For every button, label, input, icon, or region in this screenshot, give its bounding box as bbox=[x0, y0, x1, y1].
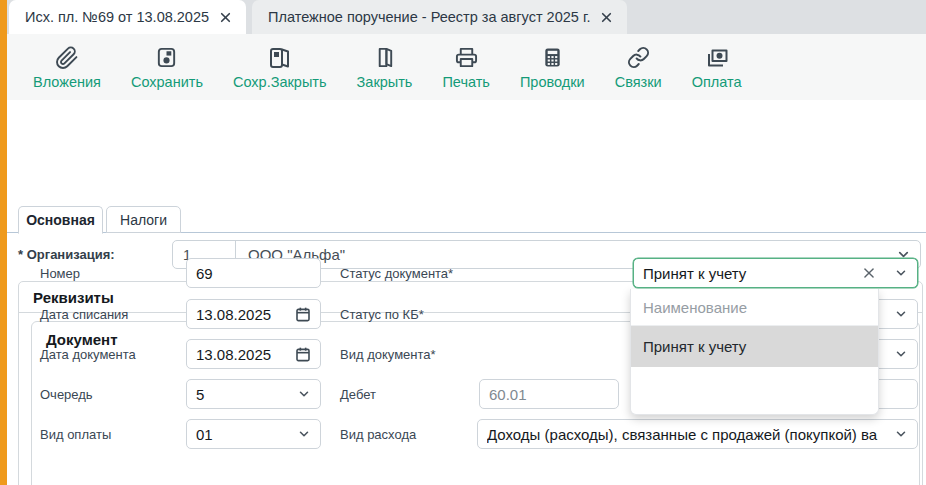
tab-close-icon[interactable] bbox=[600, 11, 613, 24]
ochered-value: 5 bbox=[196, 386, 293, 403]
chevron-down-icon bbox=[894, 347, 908, 361]
data-spisaniya-label: Дата списания bbox=[40, 307, 128, 322]
nomer-value: 69 bbox=[196, 265, 311, 282]
left-accent-stripe bbox=[0, 0, 7, 485]
debet-value: 60.01 bbox=[489, 386, 609, 403]
save-icon bbox=[155, 45, 178, 71]
tab-close-icon[interactable] bbox=[219, 11, 232, 24]
content-area: Основная Налоги * Организация: 1 ООО "Ал… bbox=[7, 100, 926, 485]
tab-osnovnaya[interactable]: Основная bbox=[18, 206, 103, 234]
close-door-icon bbox=[373, 45, 396, 71]
status-dokumenta-label: Статус документа* bbox=[340, 266, 453, 281]
ochered-label: Очередь bbox=[40, 387, 93, 402]
close-button[interactable]: Закрыть bbox=[357, 45, 413, 90]
banknote-icon bbox=[705, 45, 729, 71]
debet-input: 60.01 bbox=[479, 379, 619, 409]
data-dokumenta-input[interactable]: 13.08.2025 bbox=[186, 339, 321, 369]
status-dokumenta-dropdown: Наименование Принят к учету bbox=[630, 289, 879, 415]
chevron-down-icon bbox=[297, 387, 311, 401]
calendar-icon[interactable] bbox=[295, 346, 311, 362]
window-tab-registry[interactable]: Платежное поручение - Реестр за август 2… bbox=[252, 0, 627, 34]
chevron-down-icon bbox=[297, 427, 311, 441]
payment-button[interactable]: Оплата bbox=[692, 45, 742, 90]
print-button[interactable]: Печать bbox=[442, 45, 490, 90]
document-title: Документ bbox=[46, 331, 118, 348]
tab-nalogi[interactable]: Налоги bbox=[106, 206, 181, 233]
paperclip-icon bbox=[55, 45, 79, 71]
calculator-icon bbox=[541, 45, 564, 71]
save-button[interactable]: Сохранить bbox=[131, 45, 203, 90]
ochered-select[interactable]: 5 bbox=[186, 379, 321, 409]
save-close-button[interactable]: Сохр.Закрыть bbox=[233, 45, 327, 90]
toolbar-label: Сохр.Закрыть bbox=[233, 75, 327, 90]
toolbar-label: Печать bbox=[442, 75, 490, 90]
vid-rashoda-value: Доходы (расходы), связанные с продажей (… bbox=[487, 426, 890, 443]
chevron-down-icon[interactable] bbox=[894, 266, 908, 280]
attachments-button[interactable]: Вложения bbox=[33, 45, 101, 90]
save-close-icon bbox=[268, 45, 292, 71]
printer-icon bbox=[455, 45, 478, 71]
vid-oplaty-label: Вид оплаты bbox=[40, 427, 111, 442]
toolbar: Вложения Сохранить Сохр.Закрыть Закрыть … bbox=[7, 34, 926, 100]
postings-button[interactable]: Проводки bbox=[520, 45, 585, 90]
nomer-input[interactable]: 69 bbox=[186, 258, 321, 288]
toolbar-label: Связки bbox=[615, 75, 662, 90]
toolbar-label: Вложения bbox=[33, 75, 101, 90]
toolbar-label: Закрыть bbox=[357, 75, 413, 90]
chain-link-icon bbox=[627, 45, 650, 71]
window-tab-payment-doc[interactable]: Исх. пл. №69 от 13.08.2025 bbox=[9, 0, 246, 34]
links-button[interactable]: Связки bbox=[615, 45, 662, 90]
app-window: Исх. пл. №69 от 13.08.2025 Платежное пор… bbox=[0, 0, 926, 485]
data-spisaniya-value: 13.08.2025 bbox=[196, 306, 291, 323]
form-tab-label: Основная bbox=[26, 212, 95, 228]
data-dokumenta-label: Дата документа bbox=[40, 347, 136, 362]
chevron-down-icon bbox=[894, 427, 908, 441]
dropdown-header: Наименование bbox=[631, 289, 878, 326]
dropdown-option[interactable]: Принят к учету bbox=[631, 326, 878, 367]
vid-rashoda-label: Вид расхода bbox=[340, 427, 416, 442]
window-tab-bar: Исх. пл. №69 от 13.08.2025 Платежное пор… bbox=[7, 0, 926, 34]
status-dokumenta-combobox[interactable]: Принят к учету bbox=[633, 258, 918, 288]
toolbar-label: Оплата bbox=[692, 75, 742, 90]
vid-oplaty-select[interactable]: 01 bbox=[186, 419, 321, 449]
data-spisaniya-input[interactable]: 13.08.2025 bbox=[186, 299, 321, 329]
data-dokumenta-value: 13.08.2025 bbox=[196, 346, 291, 363]
nomer-label: Номер bbox=[40, 266, 80, 281]
organization-label: * Организация: bbox=[18, 247, 115, 262]
window-tab-label: Платежное поручение - Реестр за август 2… bbox=[268, 9, 590, 25]
chevron-down-icon bbox=[894, 307, 908, 321]
toolbar-label: Сохранить bbox=[131, 75, 203, 90]
window-tab-label: Исх. пл. №69 от 13.08.2025 bbox=[25, 9, 209, 25]
status-po-kb-label: Статус по КБ* bbox=[340, 307, 424, 322]
debet-label: Дебет bbox=[340, 387, 376, 402]
status-dokumenta-value: Принят к учету bbox=[643, 265, 862, 282]
clear-icon[interactable] bbox=[862, 266, 876, 280]
calendar-icon[interactable] bbox=[295, 306, 311, 322]
toolbar-label: Проводки bbox=[520, 75, 585, 90]
vid-oplaty-value: 01 bbox=[196, 426, 293, 443]
vid-rashoda-select[interactable]: Доходы (расходы), связанные с продажей (… bbox=[477, 419, 918, 449]
form-tab-label: Налоги bbox=[120, 212, 167, 228]
vid-dokumenta-label: Вид документа* bbox=[340, 347, 436, 362]
